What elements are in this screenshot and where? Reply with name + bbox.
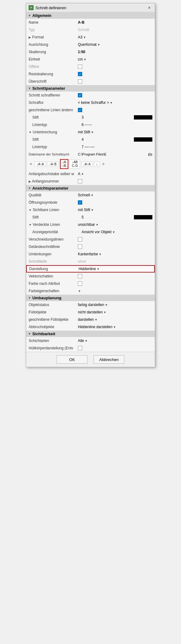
sichtbare-linien-label: ▼ Sichtbare Linien — [29, 208, 78, 212]
stift2-value: 4 — [82, 137, 133, 142]
row-umlenkungen[interactable]: Umlenkungen Kantenfarbe ▼ — [26, 250, 155, 258]
row-vektorschatten: Vektorschatten — [26, 273, 155, 280]
fuellobejekte-label: Füllobjekte — [29, 310, 78, 314]
row-verdeckte-linien[interactable]: ▼ Verdeckte Linien unsichtbar ▼ — [26, 221, 155, 228]
gelaendeschnittlinie-checkbox[interactable] — [78, 245, 82, 249]
stift1-color-swatch — [134, 115, 152, 120]
format-dropdown-arrow: ▼ — [83, 36, 86, 39]
farbe-nach-attribut-label: Farbe nach Attribut — [29, 281, 78, 286]
verschneidungslinien-label: Verschneidungslinien — [29, 237, 78, 242]
unterbrechung-label: ▼ Unterbrechung — [29, 130, 78, 134]
gelaendeschnittlinie-label: Geländeschnittlinie — [29, 245, 78, 249]
row-anzeigepriorit[interactable]: Anzeigepriorität Ansicht vor Objekt ▼ — [26, 228, 155, 236]
row-objektstatus[interactable]: Objektstatus farbig darstellen ▼ — [26, 301, 155, 308]
symbol-btn-0[interactable]: ↓A↑A — [34, 162, 46, 167]
anfangsnummer-checkbox[interactable] — [78, 179, 82, 183]
section-umbauplanung[interactable]: ▼ Umbauplanung — [26, 295, 155, 301]
linientyp1-label: Linientyp — [32, 123, 82, 127]
typ-value: Schnitt — [78, 28, 152, 32]
oeffnungssymbole-checkbox[interactable]: ✓ — [78, 200, 82, 205]
name-value: A-B — [78, 20, 152, 25]
allgemein-arrow: ▼ — [28, 14, 31, 17]
dateiname-value: C:\Program Files\E — [78, 152, 148, 156]
restskalierung-label: Restskalierung — [29, 72, 78, 76]
ueberschrift-checkbox[interactable] — [78, 79, 82, 84]
row-farbeigenschaften[interactable]: Farbeigenschaften ▼ — [26, 287, 155, 295]
row-dateiname: Dateiname der Schnittsyml C:\Program Fil… — [26, 151, 155, 158]
symbol-btn-5[interactable]: ↓ — [94, 162, 100, 167]
row-geschnittene-fuellobejekte[interactable]: geschnittene Füllobjekte darstellen ▼ — [26, 316, 155, 323]
vektorschatten-label: Vektorschatten — [29, 274, 78, 278]
linientyp2-label: Linientyp — [32, 145, 82, 149]
schnitttiefe-label: Schnitttiefe — [29, 259, 78, 264]
row-unterbrechung[interactable]: ▼ Unterbrechung mit Stift ▼ — [26, 128, 155, 136]
huellkoerper-label: Hüllkörperdarstellung (Entv — [29, 346, 78, 350]
symbol-btn-1[interactable]: ↓A↑B — [47, 162, 58, 167]
folder-icon[interactable]: 🗁 — [148, 152, 152, 157]
sichtbare-linien-dropdown-arrow: ▼ — [91, 208, 94, 212]
row-geschnittene-linien: geschnittene Linien ändern ✓ — [26, 106, 155, 114]
linientyp2-pattern: ——·—— — [85, 145, 94, 149]
linientyp2-value: 7 ——·—— — [82, 145, 152, 149]
skalierung-label: Skalierung — [29, 50, 78, 54]
farbeigenschaften-dropdown-arrow: ▼ — [78, 289, 81, 293]
objektstatus-label: Objektstatus — [29, 303, 78, 307]
row-restskalierung: Restskalierung ✓ — [26, 70, 155, 78]
row-qualitaet[interactable]: Qualität Schnell ▼ — [26, 191, 155, 199]
format-label: ▶ Format — [29, 35, 78, 39]
symbol-btn-4[interactable]: ↓A↑A — [81, 162, 93, 167]
verdeckte-linien-label: ▼ Verdeckte Linien — [29, 222, 78, 227]
geschnittene-fuellobejekte-value: darstellen ▼ — [78, 317, 152, 322]
cancel-button[interactable]: Abbrechen — [94, 355, 124, 364]
row-stift1: Stift 3 — [26, 114, 155, 121]
section-allgemein[interactable]: ▼ Allgemein — [26, 12, 155, 19]
einheit-dropdown-arrow: ▼ — [83, 58, 86, 61]
einheit-label: Einheit — [29, 57, 78, 61]
symbol-prev-button[interactable]: < — [29, 161, 33, 167]
objektstatus-value: farbig darstellen ▼ — [78, 303, 152, 307]
row-schnitttiefe: Schnitttiefe ohne — [26, 258, 155, 265]
linientyp1-pattern: —·—· — [85, 123, 92, 127]
verdeckte-linien-dropdown-arrow: ▼ — [95, 223, 99, 226]
row-format[interactable]: ▶ Format A3 ▼ — [26, 33, 155, 41]
allgemein-label: Allgemein — [32, 13, 51, 18]
symbol-btn-2[interactable]: ↓A↓B — [60, 159, 69, 169]
vektorschatten-checkbox[interactable] — [78, 274, 82, 278]
farbe-nach-attribut-checkbox[interactable] — [78, 281, 82, 286]
restskalierung-checkbox[interactable]: ✓ — [78, 72, 82, 76]
unterbrechung-dropdown-arrow: ▼ — [91, 131, 94, 134]
row-darstellung[interactable]: Darstellung Hiddenline ▼ — [26, 265, 155, 273]
ok-button[interactable]: OK — [57, 355, 87, 364]
qualitaet-dropdown-arrow: ▼ — [90, 194, 94, 197]
schnitt-schraffieren-label: Schnitt schraffieren — [29, 93, 78, 97]
geschnittene-linien-checkbox[interactable]: ✓ — [78, 108, 82, 112]
offline-checkbox[interactable] — [78, 65, 82, 69]
sichtbarkeit-label: Sichtbarkeit — [32, 332, 55, 336]
row-einheit[interactable]: Einheit cm ▼ — [26, 56, 155, 63]
section-ansichtsparameter[interactable]: ▼ Ansichtsparameter — [26, 185, 155, 191]
verschneidungslinien-checkbox[interactable] — [78, 237, 82, 242]
close-button[interactable]: × — [146, 5, 152, 11]
row-skalierung: Skalierung 1:50 — [26, 48, 155, 56]
umlenkungen-value: Kantenfarbe ▼ — [78, 252, 152, 256]
row-ausrichtung[interactable]: Ausrichtung Querformat ▼ — [26, 41, 155, 48]
schnitt-schraffieren-checkbox[interactable]: ✓ — [78, 93, 82, 97]
symbol-btn-3[interactable]: ↓ABC↓D — [70, 159, 80, 169]
row-abbruchobejekte[interactable]: Abbruchobjekte Hiddenline darstellen ▼ — [26, 323, 155, 331]
row-verschneidungslinien: Verschneidungslinien — [26, 236, 155, 243]
row-sichtbare-linien[interactable]: ▼ Sichtbare Linien mit Stift ▼ — [26, 206, 155, 214]
qualitaet-label: Qualität — [29, 193, 78, 197]
section-schnittparameter[interactable]: ▼ Schnittparameter — [26, 85, 155, 92]
section-sichtbarkeit[interactable]: ▼ Sichtbarkeit — [26, 331, 155, 337]
stift3-value: 5 — [82, 215, 133, 219]
stift3-label: Stift — [32, 215, 82, 219]
row-schraffur[interactable]: Schraffur < keine Schraffur > ▼ — [26, 99, 155, 106]
row-schichtarten[interactable]: Schichtarten Alle ▼ — [26, 337, 155, 344]
fuellobejekte-value: nicht darstellen ▼ — [78, 310, 152, 314]
row-fuellobejekte[interactable]: Füllobjekte nicht darstellen ▼ — [26, 308, 155, 316]
row-anfangsbuchstabe[interactable]: Anfangsbuchstabe selber w A ▼ — [26, 170, 155, 178]
geschnittene-linien-label: geschnittene Linien ändern — [29, 108, 78, 112]
huellkoerper-checkbox[interactable] — [78, 346, 82, 350]
anzeigepriorit-dropdown-arrow: ▼ — [112, 230, 115, 234]
symbol-next-button[interactable]: > — [101, 161, 106, 167]
